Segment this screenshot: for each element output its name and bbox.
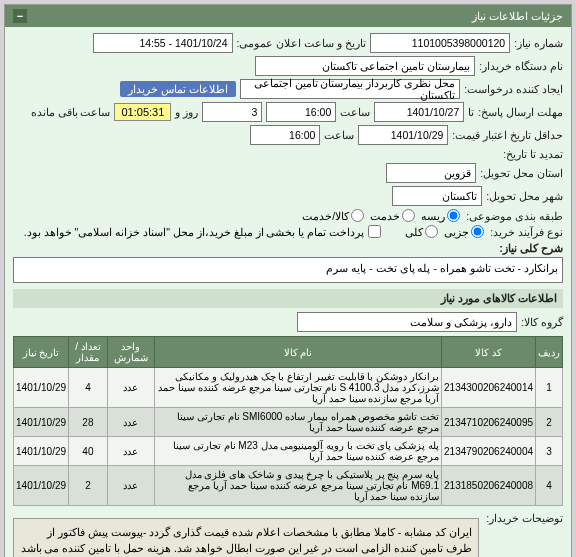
province-field: قزوین: [386, 163, 476, 183]
items-table: ردیف کد کالا نام کالا واحد شمارش تعداد /…: [13, 336, 563, 506]
contact-buyer-link[interactable]: اطلاعات تماس خریدار: [120, 81, 236, 97]
col-unit: واحد شمارش: [107, 337, 154, 368]
days-label: روز و: [175, 106, 198, 118]
col-name: نام کالا: [154, 337, 441, 368]
time-label-1: ساعت: [340, 106, 370, 118]
table-cell: 2: [536, 408, 563, 437]
table-cell: 1: [536, 368, 563, 408]
payment-checkbox-row: پرداخت تمام یا بخشی از مبلغ خرید،از محل …: [24, 225, 381, 238]
table-cell: 4: [536, 466, 563, 506]
table-cell: عدد: [107, 408, 154, 437]
proc-label: نوع فرآیند خرید:: [490, 226, 563, 238]
until-label: تا: [468, 106, 474, 118]
collapse-icon[interactable]: −: [13, 9, 27, 23]
countdown-timer: 01:05:31: [114, 103, 171, 121]
table-cell: 1401/10/29: [14, 466, 69, 506]
remain-label: ساعت باقی مانده: [31, 106, 111, 118]
group-label: گروه کالا:: [521, 316, 563, 328]
table-cell: 2131850206240008: [442, 466, 536, 506]
table-cell: عدد: [107, 466, 154, 506]
table-cell: 2134300206240014: [442, 368, 536, 408]
validity-date-field: 1401/10/29: [358, 125, 448, 145]
req-no-field: 1101005398000120: [370, 33, 510, 53]
table-cell: 2134710206240095: [442, 408, 536, 437]
class-label: طبقه بندی موضوعی:: [466, 210, 563, 222]
col-row: ردیف: [536, 337, 563, 368]
req-no-label: شماره نیاز:: [514, 37, 563, 49]
table-cell: 1401/10/29: [14, 408, 69, 437]
table-row: 32134790206240004پله پزشکی پای تخت با رو…: [14, 437, 563, 466]
time-label-2: ساعت: [324, 129, 354, 141]
table-cell: عدد: [107, 437, 154, 466]
creator-field: محل نظری کاربرداز بیمارستان تامین اجتماع…: [240, 79, 460, 99]
table-cell: پایه سرم پنج پر پلاستیکی با چرخ پیدی و ش…: [154, 466, 441, 506]
table-cell: عدد: [107, 368, 154, 408]
city-field: تاکستان: [392, 186, 482, 206]
buyer-field: بیمارستان تامین اجتماعی تاکستان: [255, 56, 475, 76]
buyer-notes-box: ایران کد مشابه - کاملا مطابق با مشخصات ا…: [13, 518, 479, 557]
items-header: اطلاعات کالاهای مورد نیاز: [13, 289, 563, 308]
summary-field: برانکارد - تخت تاشو همراه - پله پای تخت …: [13, 257, 563, 283]
days-field: 3: [202, 102, 262, 122]
table-cell: 40: [69, 437, 108, 466]
table-cell: 1401/10/29: [14, 368, 69, 408]
proc-full-radio[interactable]: کلی: [405, 225, 438, 238]
deadline-time-field: 16:00: [266, 102, 336, 122]
class-both-radio[interactable]: کالا/خدمت: [302, 209, 364, 222]
province-label: استان محل تحویل:: [480, 167, 563, 179]
table-cell: 2134790206240004: [442, 437, 536, 466]
table-cell: پله پزشکی پای تخت با رویه آلومینیومی مدل…: [154, 437, 441, 466]
class-prod-radio[interactable]: ریسه: [421, 209, 460, 222]
table-row: 12134300206240014برانکار دوشکن با قابلیت…: [14, 368, 563, 408]
col-qty: تعداد / مقدار: [69, 337, 108, 368]
table-row: 42131850206240008پایه سرم پنج پر پلاستیک…: [14, 466, 563, 506]
group-field: دارو، پزشکی و سلامت: [297, 312, 517, 332]
table-cell: 2: [69, 466, 108, 506]
col-date: تاریخ نیاز: [14, 337, 69, 368]
class-srv-radio[interactable]: خدمت: [370, 209, 415, 222]
city-label: شهر محل تحویل:: [486, 190, 563, 202]
table-cell: 1401/10/29: [14, 437, 69, 466]
validity-label: حداقل تاریخ اعتبار قیمت:: [452, 129, 563, 141]
table-cell: 28: [69, 408, 108, 437]
extra-label: تمدید تا تاریخ:: [503, 148, 563, 160]
table-cell: برانکار دوشکن با قابلیت تغییر ارتفاع با …: [154, 368, 441, 408]
buyer-label: نام دستگاه خریدار:: [479, 60, 563, 72]
payment-note: پرداخت تمام یا بخشی از مبلغ خرید،از محل …: [24, 226, 364, 238]
col-code: کد کالا: [442, 337, 536, 368]
creator-label: ایجاد کننده درخواست:: [464, 83, 563, 95]
table-cell: 4: [69, 368, 108, 408]
table-row: 22134710206240095تخت تاشو مخصوص همراه بی…: [14, 408, 563, 437]
payment-checkbox[interactable]: [368, 225, 381, 238]
pub-dt-field: 1401/10/24 - 14:55: [93, 33, 233, 53]
deadline-label: مهلت ارسال پاسخ:: [478, 106, 563, 118]
summary-label: شرح کلی نیاز:: [13, 242, 563, 255]
buyer-notes-label: توضیحات خریدار:: [483, 512, 563, 524]
table-cell: 3: [536, 437, 563, 466]
table-cell: تخت تاشو مخصوص همراه بیمار ساده SMI6000 …: [154, 408, 441, 437]
panel-title: جزئیات اطلاعات نیاز: [472, 10, 563, 23]
validity-time-field: 16:00: [250, 125, 320, 145]
deadline-date-field: 1401/10/27: [374, 102, 464, 122]
pub-dt-label: تاریخ و ساعت اعلان عمومی:: [237, 37, 367, 49]
proc-partly-radio[interactable]: جزیی: [444, 225, 484, 238]
